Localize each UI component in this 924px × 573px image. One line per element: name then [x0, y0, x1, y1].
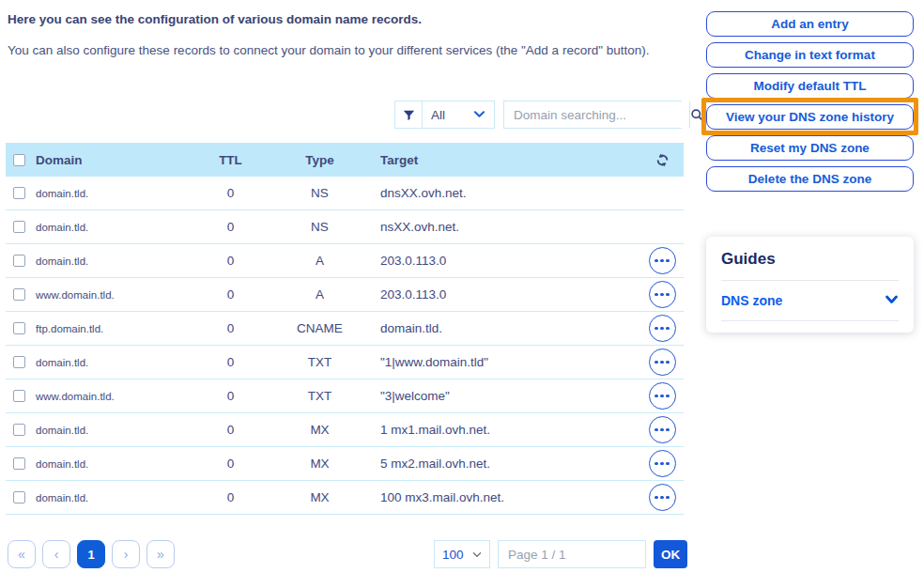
cell-target: "3|welcome": [374, 389, 640, 403]
cell-type: NS: [266, 220, 374, 234]
ok-button[interactable]: OK: [654, 540, 687, 568]
cell-type: MX: [266, 457, 374, 471]
guide-item-dns-zone[interactable]: DNS zone: [721, 292, 899, 309]
table-row: domain.tld. 0 A 203.0.113.0: [6, 244, 684, 278]
row-checkbox[interactable]: [13, 187, 25, 199]
cell-domain: www.domain.tld.: [36, 289, 195, 301]
table-row: domain.tld. 0 MX 100 mx3.mail.ovh.net.: [6, 481, 684, 515]
search-input[interactable]: [504, 101, 689, 128]
last-page-button[interactable]: »: [146, 540, 175, 568]
row-checkbox[interactable]: [13, 390, 25, 402]
first-page-button[interactable]: «: [8, 540, 36, 568]
modify-default-ttl-button[interactable]: Modify default TTL: [706, 73, 914, 99]
cell-type: NS: [266, 186, 374, 200]
guide-item-label: DNS zone: [721, 293, 782, 308]
actions-panel: Add an entry Change in text format Modif…: [706, 11, 914, 192]
cell-type: A: [266, 287, 374, 302]
table-row: www.domain.tld. 0 A 203.0.113.0: [6, 278, 684, 312]
cell-target: nsXX.ovh.net.: [374, 220, 640, 234]
page-size-select[interactable]: 100: [434, 540, 490, 568]
table-row: domain.tld. 0 MX 1 mx1.mail.ovh.net.: [6, 413, 684, 447]
cell-type: CNAME: [266, 321, 374, 335]
cell-target: 5 mx2.mail.ovh.net.: [374, 457, 640, 471]
row-actions-button[interactable]: [649, 484, 676, 511]
reset-dns-zone-button[interactable]: Reset my DNS zone: [706, 135, 914, 161]
cell-ttl: 0: [195, 389, 266, 403]
prev-page-button[interactable]: ‹: [42, 540, 70, 568]
row-checkbox[interactable]: [13, 255, 25, 267]
column-type[interactable]: Type: [266, 153, 374, 167]
view-dns-zone-history-button[interactable]: View your DNS zone history: [706, 104, 914, 130]
cell-domain: domain.tld.: [36, 458, 195, 470]
record-type-select[interactable]: All: [423, 101, 494, 128]
row-actions-button[interactable]: [649, 416, 676, 443]
row-actions-button[interactable]: [649, 281, 676, 308]
cell-ttl: 0: [195, 423, 266, 437]
search-group: [503, 101, 682, 129]
table-row: www.domain.tld. 0 TXT "3|welcome": [6, 379, 684, 413]
cell-domain: ftp.domain.tld.: [36, 323, 195, 334]
column-target[interactable]: Target: [374, 153, 640, 167]
row-checkbox[interactable]: [13, 491, 25, 503]
cell-ttl: 0: [195, 321, 266, 335]
guides-title: Guides: [721, 250, 899, 269]
chevron-down-icon: [473, 106, 485, 123]
row-actions-button[interactable]: [649, 382, 676, 410]
row-checkbox[interactable]: [13, 457, 25, 470]
next-page-button[interactable]: ›: [112, 540, 140, 568]
search-icon[interactable]: [689, 101, 704, 128]
column-ttl[interactable]: TTL: [195, 153, 266, 167]
column-domain[interactable]: Domain: [36, 153, 195, 167]
row-actions-button[interactable]: [649, 315, 676, 342]
dns-records-table: Domain TTL Type Target domain.tld. 0 NS …: [6, 143, 684, 515]
cell-domain: domain.tld.: [36, 357, 195, 368]
type-filter-group: All: [394, 101, 495, 129]
table-row: domain.tld. 0 NS dnsXX.ovh.net.: [6, 177, 684, 210]
table-row: domain.tld. 0 MX 5 mx2.mail.ovh.net.: [6, 447, 684, 481]
guides-card: Guides DNS zone: [706, 237, 914, 333]
select-all-checkbox[interactable]: [13, 154, 25, 166]
cell-domain: domain.tld.: [36, 425, 195, 436]
row-checkbox[interactable]: [13, 322, 25, 334]
cell-target: 203.0.113.0: [374, 287, 640, 302]
cell-target: 100 mx3.mail.ovh.net.: [374, 490, 640, 504]
row-checkbox[interactable]: [13, 356, 25, 368]
funnel-icon[interactable]: [395, 101, 423, 128]
page-controls: 100 OK: [434, 540, 687, 568]
intro-subheading: You can also configure these records to …: [8, 43, 649, 57]
page-number-input[interactable]: [498, 540, 646, 568]
cell-type: TXT: [266, 355, 374, 369]
delete-dns-zone-button[interactable]: Delete the DNS zone: [706, 166, 914, 192]
cell-type: TXT: [266, 389, 374, 403]
record-type-value: All: [431, 108, 445, 122]
table-row: domain.tld. 0 TXT "1|www.domain.tld": [6, 346, 684, 379]
cell-ttl: 0: [195, 490, 266, 504]
cell-type: MX: [266, 423, 374, 437]
cell-ttl: 0: [195, 220, 266, 234]
cell-domain: domain.tld.: [36, 492, 195, 503]
cell-ttl: 0: [195, 355, 266, 369]
change-text-format-button[interactable]: Change in text format: [706, 42, 914, 68]
cell-type: MX: [266, 490, 374, 504]
row-checkbox[interactable]: [13, 288, 25, 301]
row-actions-button[interactable]: [649, 450, 676, 477]
cell-type: A: [266, 254, 374, 268]
cell-domain: domain.tld.: [36, 188, 195, 199]
row-actions-button[interactable]: [649, 348, 676, 376]
cell-domain: domain.tld.: [36, 222, 195, 233]
cell-domain: www.domain.tld.: [36, 391, 195, 402]
cell-target: domain.tld.: [374, 321, 640, 335]
row-checkbox[interactable]: [13, 221, 25, 233]
table-header: Domain TTL Type Target: [6, 143, 684, 177]
cell-target: "1|www.domain.tld": [374, 355, 640, 369]
divider: [721, 280, 899, 281]
row-checkbox[interactable]: [13, 424, 25, 436]
chevron-down-icon: [472, 546, 482, 563]
refresh-icon[interactable]: [640, 153, 684, 167]
row-actions-button[interactable]: [649, 247, 676, 274]
divider: [721, 320, 899, 321]
add-entry-button[interactable]: Add an entry: [706, 11, 914, 37]
table-row: ftp.domain.tld. 0 CNAME domain.tld.: [6, 312, 684, 346]
current-page-button[interactable]: 1: [77, 540, 105, 568]
filter-bar: All: [394, 101, 682, 129]
